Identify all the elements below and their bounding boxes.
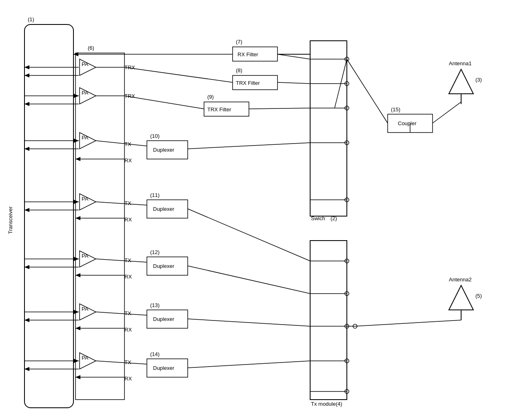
svg-line-76 xyxy=(96,141,147,146)
trx-filter1-number: (8) xyxy=(236,67,242,73)
svg-line-89 xyxy=(188,319,310,326)
tx-module-label: Tx module(4) xyxy=(311,401,342,407)
tx-label11: TX xyxy=(124,200,131,206)
rx-filter-label: RX Filter xyxy=(237,51,258,57)
duplexer14-number: (14) xyxy=(150,351,160,357)
svg-line-68 xyxy=(277,54,310,59)
svg-text:(2): (2) xyxy=(331,215,337,221)
antenna2-number: (5) xyxy=(475,293,482,299)
svg-marker-28 xyxy=(24,147,29,151)
duplexer11-label: Duplexer xyxy=(153,206,175,212)
svg-line-97 xyxy=(433,102,461,123)
svg-marker-10 xyxy=(24,65,29,69)
rx-label14: RX xyxy=(124,376,132,382)
svg-marker-36 xyxy=(24,367,29,371)
duplexer13-label: Duplexer xyxy=(153,316,175,322)
antenna2-label: Antenna2 xyxy=(449,276,472,283)
svg-line-71 xyxy=(124,67,233,82)
diagram: Transceiver (1) (6) PA PA PA PA PA PA PA xyxy=(0,0,506,420)
rx-filter-number: (7) xyxy=(236,39,242,45)
svg-line-93 xyxy=(188,361,310,368)
pa-block-number: (6) xyxy=(88,45,94,51)
svg-rect-37 xyxy=(310,41,347,216)
trx-filter2-number: (9) xyxy=(207,94,214,100)
svg-marker-20 xyxy=(74,310,79,314)
tx-label12: TX xyxy=(124,257,131,263)
rx-label13: RX xyxy=(124,327,132,333)
svg-marker-16 xyxy=(74,200,79,204)
svg-rect-0 xyxy=(24,24,73,408)
rx-label10: RX xyxy=(124,157,132,164)
svg-marker-24 xyxy=(24,73,29,77)
svg-marker-95 xyxy=(75,375,80,379)
svg-line-80 xyxy=(96,202,147,205)
svg-marker-22 xyxy=(74,359,79,363)
pa6-label: PA xyxy=(82,306,89,312)
svg-marker-34 xyxy=(24,318,29,322)
svg-marker-91 xyxy=(75,326,80,330)
svg-marker-14 xyxy=(74,139,79,143)
svg-rect-1 xyxy=(75,53,124,400)
coupler-number: (15) xyxy=(391,106,400,113)
rx-label12: RX xyxy=(124,274,132,280)
svg-marker-32 xyxy=(24,265,29,269)
pa4-label: PA xyxy=(82,196,89,202)
svg-marker-62 xyxy=(449,69,473,94)
duplexer12-number: (12) xyxy=(150,249,160,255)
duplexer10-label: Duplexer xyxy=(153,147,175,153)
svg-line-77 xyxy=(188,143,310,149)
svg-line-92 xyxy=(96,361,147,364)
svg-rect-45 xyxy=(310,241,347,400)
pa7-label: PA xyxy=(82,355,89,361)
svg-line-84 xyxy=(96,259,147,262)
duplexer10-number: (10) xyxy=(150,133,160,139)
tx-label14: TX xyxy=(124,359,131,365)
svg-line-85 xyxy=(188,266,310,294)
svg-marker-12 xyxy=(74,94,79,98)
svg-marker-79 xyxy=(75,157,80,161)
svg-marker-30 xyxy=(24,208,29,212)
pa1-label: PA xyxy=(82,61,89,67)
pa5-label: PA xyxy=(82,253,89,259)
antenna1-label: Antenna1 xyxy=(449,60,472,66)
pa2-label: PA xyxy=(82,90,89,96)
coupler-label: Coupler xyxy=(398,120,417,126)
svg-line-88 xyxy=(96,312,147,315)
duplexer13-number: (13) xyxy=(150,302,160,308)
duplexer11-number: (11) xyxy=(150,192,160,198)
switch-label: Swich xyxy=(311,215,325,221)
svg-line-75 xyxy=(249,108,310,109)
svg-line-72 xyxy=(277,82,310,84)
pa3-label: PA xyxy=(82,135,89,141)
duplexer12-label: Duplexer xyxy=(153,263,175,269)
svg-marker-64 xyxy=(449,285,473,310)
svg-marker-83 xyxy=(75,216,80,220)
transceiver-number: (1) xyxy=(28,16,34,22)
svg-line-96 xyxy=(347,59,388,123)
transceiver-label: Transceiver xyxy=(7,206,13,234)
antenna1-number: (3) xyxy=(475,77,482,83)
rx-label11: RX xyxy=(124,217,132,223)
trx-filter1-label: TRX Filter xyxy=(236,80,260,86)
svg-line-99 xyxy=(355,320,461,326)
svg-marker-87 xyxy=(75,273,80,277)
svg-line-74 xyxy=(124,96,204,109)
duplexer14-label: Duplexer xyxy=(153,365,175,371)
svg-marker-26 xyxy=(24,102,29,106)
svg-marker-18 xyxy=(74,257,79,261)
tx-label13: TX xyxy=(124,310,131,316)
svg-line-81 xyxy=(188,209,310,261)
trx-filter2-label: TRX Filter xyxy=(207,106,231,113)
